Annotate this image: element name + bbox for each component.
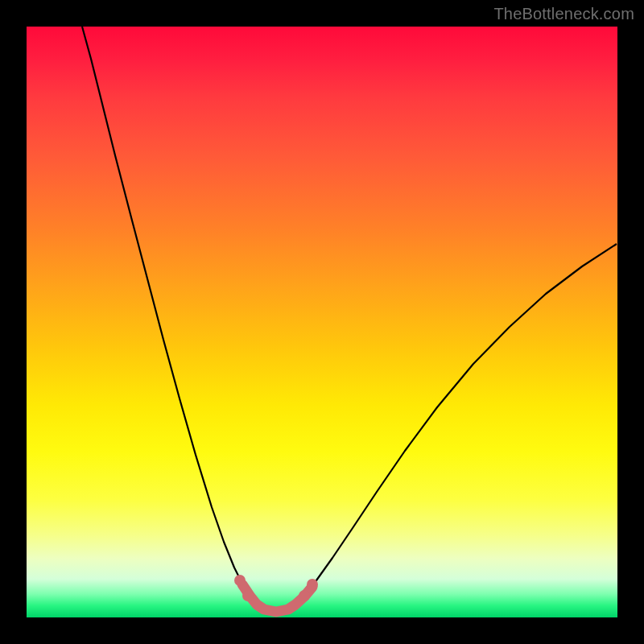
curve-layer: [27, 27, 617, 617]
watermark-text: TheBottleneck.com: [493, 5, 634, 23]
highlight-point: [299, 590, 310, 601]
highlight-point: [234, 575, 246, 586]
plot-area: [27, 27, 617, 617]
chart-frame: TheBottleneck.com: [0, 0, 644, 644]
highlight-point: [242, 590, 254, 601]
series-left-branch: [82, 27, 257, 604]
series-right-branch: [295, 244, 617, 604]
highlight-point: [307, 579, 318, 590]
